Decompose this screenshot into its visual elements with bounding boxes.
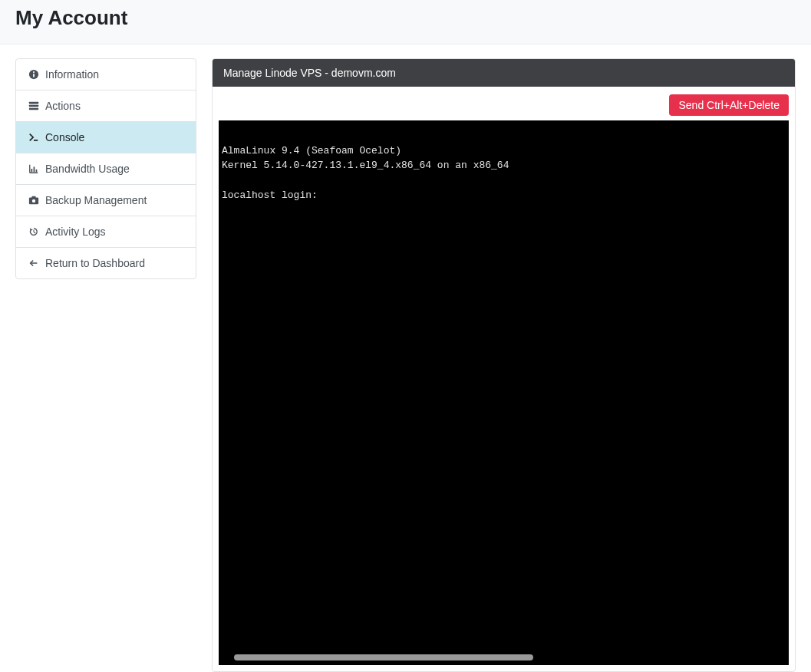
console-login-prompt: localhost login: <box>222 189 318 201</box>
header-bar: My Account <box>0 0 811 44</box>
console-line: AlmaLinux 9.4 (Seafoam Ocelot) <box>222 145 401 156</box>
sidebar-item-label: Actions <box>45 100 81 112</box>
console-scrollbar[interactable] <box>234 654 533 660</box>
sidebar: Information Actions Console Bandwidth Us… <box>15 58 196 279</box>
sidebar-item-activity-logs[interactable]: Activity Logs <box>16 216 196 248</box>
panel-body: Send Ctrl+Alt+Delete AlmaLinux 9.4 (Seaf… <box>213 87 795 671</box>
svg-rect-11 <box>36 170 38 173</box>
send-ctrl-alt-delete-button[interactable]: Send Ctrl+Alt+Delete <box>669 94 789 116</box>
svg-rect-10 <box>34 166 35 172</box>
info-icon <box>28 69 39 80</box>
sidebar-item-label: Return to Dashboard <box>45 257 145 269</box>
sidebar-item-label: Backup Management <box>45 194 147 206</box>
page-title: My Account <box>15 6 796 30</box>
sidebar-item-backup[interactable]: Backup Management <box>16 185 196 216</box>
sidebar-item-bandwidth[interactable]: Bandwidth Usage <box>16 153 196 185</box>
terminal-icon <box>28 132 39 143</box>
server-icon <box>28 100 39 111</box>
sidebar-item-console[interactable]: Console <box>16 122 196 153</box>
svg-rect-3 <box>29 102 38 104</box>
sidebar-item-label: Bandwidth Usage <box>45 163 130 175</box>
svg-line-16 <box>34 232 35 232</box>
panel-header: Manage Linode VPS - demovm.com <box>213 59 795 87</box>
chart-icon <box>28 163 39 174</box>
svg-rect-9 <box>31 169 33 172</box>
console-terminal[interactable]: AlmaLinux 9.4 (Seafoam Ocelot) Kernel 5.… <box>219 120 789 665</box>
sidebar-item-label: Information <box>45 68 99 81</box>
svg-rect-4 <box>29 105 38 107</box>
content-panel: Manage Linode VPS - demovm.com Send Ctrl… <box>212 58 796 672</box>
console-toolbar: Send Ctrl+Alt+Delete <box>219 93 789 120</box>
svg-point-14 <box>32 199 35 203</box>
main-container: Information Actions Console Bandwidth Us… <box>0 44 811 672</box>
sidebar-item-information[interactable]: Information <box>16 59 196 91</box>
svg-point-2 <box>33 71 35 73</box>
svg-rect-1 <box>33 74 35 77</box>
arrow-left-icon <box>28 258 39 268</box>
svg-rect-5 <box>29 108 38 110</box>
sidebar-item-label: Console <box>45 131 84 143</box>
sidebar-item-label: Activity Logs <box>45 226 106 238</box>
svg-rect-13 <box>31 196 35 199</box>
sidebar-item-return-dashboard[interactable]: Return to Dashboard <box>16 248 196 278</box>
console-line: Kernel 5.14.0-427.13.1.el9_4.x86_64 on a… <box>222 160 509 171</box>
camera-icon <box>28 195 39 206</box>
sidebar-item-actions[interactable]: Actions <box>16 91 196 122</box>
history-icon <box>28 226 39 237</box>
